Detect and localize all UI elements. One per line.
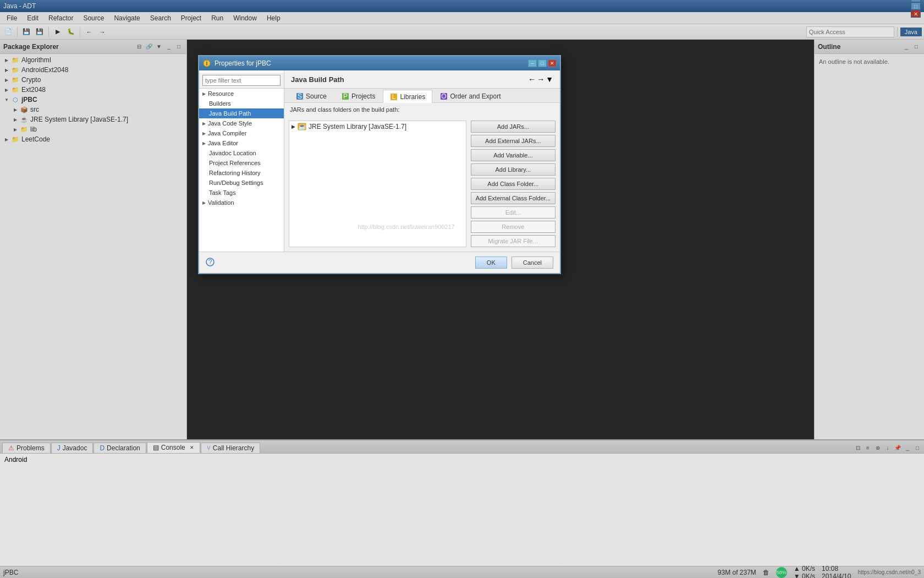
nav-java-code-style[interactable]: ▶Java Code Style — [199, 118, 284, 128]
jre-lib-icon: ☕ — [298, 122, 306, 131]
dialog-title-icon: i — [202, 59, 211, 68]
dialog-title-text: Properties for jPBC — [215, 59, 528, 67]
libs-description: JARs and class folders on the build path… — [284, 103, 560, 116]
nav-refactoring[interactable]: Refactoring History — [199, 168, 284, 178]
nav-builders[interactable]: Builders — [199, 99, 284, 108]
dialog-maximize[interactable]: □ — [538, 59, 547, 67]
dialog-filter — [199, 73, 284, 89]
add-class-folder-button[interactable]: Add Class Folder... — [471, 178, 556, 190]
svg-text:☕: ☕ — [298, 122, 306, 130]
tab-source[interactable]: S Source — [289, 90, 334, 102]
add-variable-button[interactable]: Add Variable... — [471, 149, 556, 161]
dialog-minimize[interactable]: − — [528, 59, 537, 67]
nav-validation[interactable]: ▶Validation — [199, 198, 284, 208]
libs-panel: ▶ ☕ JRE System Library [JavaSE-1.7] http… — [289, 121, 466, 247]
add-library-button[interactable]: Add Library... — [471, 163, 556, 176]
dialog-menu-icon[interactable]: ▼ — [546, 75, 553, 84]
svg-text:S: S — [298, 92, 302, 100]
nav-java-editor[interactable]: ▶Java Editor — [199, 138, 284, 148]
nav-run-debug[interactable]: Run/Debug Settings — [199, 178, 284, 188]
lib-item-jre[interactable]: ▶ ☕ JRE System Library [JavaSE-1.7] — [289, 121, 466, 132]
dialog-back-icon[interactable]: ← — [528, 75, 536, 84]
dialog-body: ▶Resource Builders Java Build Path ▶Java… — [199, 70, 560, 252]
properties-dialog: i Properties for jPBC − □ ✕ ▶Resource Bu… — [198, 55, 561, 274]
lib-label: JRE System Library [JavaSE-1.7] — [309, 123, 406, 130]
edit-button[interactable]: Edit... — [471, 206, 556, 219]
nav-resource[interactable]: ▶Resource — [199, 89, 284, 99]
filter-input[interactable] — [202, 75, 280, 86]
libs-buttons: Add JARs... Add External JARs... Add Var… — [471, 121, 556, 247]
nav-javadoc-location[interactable]: Javadoc Location — [199, 148, 284, 158]
nav-arrow: ▶ — [202, 121, 206, 126]
nav-arrow: ▶ — [202, 91, 206, 96]
tab-order-export[interactable]: O Order and Export — [433, 90, 508, 102]
svg-text:i: i — [206, 59, 208, 67]
dialog-help-icon[interactable]: ? — [206, 258, 215, 268]
cancel-button[interactable]: Cancel — [512, 257, 553, 269]
svg-text:?: ? — [208, 258, 212, 266]
tab-projects[interactable]: P Projects — [334, 90, 382, 102]
dialog-content-title: Java Build Path — [291, 75, 344, 84]
dialog-footer: ? OK Cancel — [199, 252, 560, 273]
svg-text:O: O — [442, 92, 447, 100]
dialog-tabs: S Source P Projects L Libraries O Order … — [284, 89, 560, 103]
dialog-forward-icon[interactable]: → — [537, 75, 544, 84]
migrate-jar-button[interactable]: Migrate JAR File... — [471, 235, 556, 247]
add-external-class-folder-button[interactable]: Add External Class Folder... — [471, 192, 556, 204]
dialog-content-header: Java Build Path ← → ▼ — [284, 70, 560, 89]
nav-java-compiler[interactable]: ▶Java Compiler — [199, 128, 284, 138]
dialog-titlebar: i Properties for jPBC − □ ✕ — [199, 56, 560, 70]
lib-expand-arrow[interactable]: ▶ — [292, 124, 295, 129]
modal-overlay: i Properties for jPBC − □ ✕ ▶Resource Bu… — [0, 0, 924, 578]
svg-text:L: L — [392, 93, 396, 101]
nav-arrow: ▶ — [202, 131, 206, 136]
ok-button[interactable]: OK — [475, 257, 507, 269]
tab-libraries[interactable]: L Libraries — [383, 90, 432, 103]
svg-text:P: P — [343, 92, 348, 100]
dialog-main: ▶ ☕ JRE System Library [JavaSE-1.7] http… — [284, 116, 560, 252]
dialog-title-btns: − □ ✕ — [528, 59, 557, 67]
add-external-jars-button[interactable]: Add External JARs... — [471, 135, 556, 147]
watermark: http://blog.csdn.net/liuweiran900217 — [358, 223, 455, 230]
remove-button[interactable]: Remove — [471, 221, 556, 233]
dialog-close[interactable]: ✕ — [548, 59, 557, 67]
nav-project-refs[interactable]: Project References — [199, 158, 284, 168]
nav-java-build-path[interactable]: Java Build Path — [199, 108, 284, 118]
nav-arrow: ▶ — [202, 141, 206, 146]
nav-task-tags[interactable]: Task Tags — [199, 188, 284, 198]
dialog-nav: ▶Resource Builders Java Build Path ▶Java… — [199, 70, 284, 252]
nav-arrow: ▶ — [202, 200, 206, 205]
add-jars-button[interactable]: Add JARs... — [471, 121, 556, 133]
dialog-content: Java Build Path ← → ▼ S Source P — [284, 70, 560, 252]
